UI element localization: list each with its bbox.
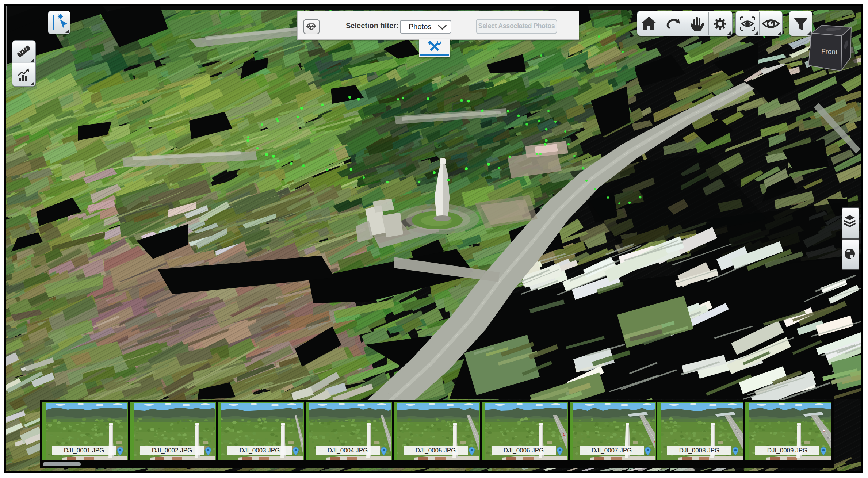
svg-text:Front: Front (821, 47, 838, 56)
